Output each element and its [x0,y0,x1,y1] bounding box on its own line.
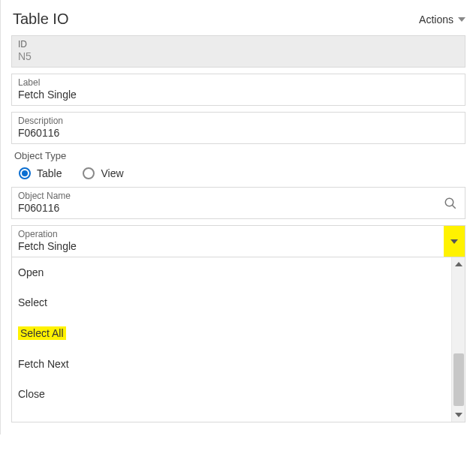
scroll-up-button[interactable] [452,257,465,271]
operation-label: Operation [18,229,459,239]
scroll-thumb[interactable] [453,353,464,406]
label-value: Fetch Single [18,89,459,101]
label-field[interactable]: Label Fetch Single [11,74,465,106]
object-name-field[interactable]: Object Name F060116 [11,187,465,219]
radio-view[interactable]: View [83,167,123,179]
object-type-radio-group: Table View [11,166,465,187]
page-title: Table IO [13,11,68,28]
chevron-up-icon [455,262,462,266]
radio-unselected-icon [83,167,95,179]
description-field[interactable]: Description F060116 [11,112,465,144]
actions-label: Actions [419,14,453,26]
id-value: N5 [18,50,459,62]
svg-point-0 [445,198,453,206]
dropdown-items-container: Open Select Select All Fetch Next Close [12,257,450,422]
operation-dropdown-list: Open Select Select All Fetch Next Close [11,257,465,422]
scroll-down-button[interactable] [452,408,465,422]
chevron-down-icon [455,413,462,417]
description-value: F060116 [18,127,459,139]
object-name-label: Object Name [18,191,459,201]
dropdown-item-close[interactable]: Close [12,379,450,409]
label-label: Label [18,77,459,88]
object-type-label: Object Type [14,150,465,161]
header-row: Table IO Actions [11,6,465,35]
caret-down-icon [450,239,458,244]
operation-dropdown-toggle[interactable] [444,226,465,257]
actions-button[interactable]: Actions [419,14,465,26]
operation-field[interactable]: Operation Fetch Single [11,225,465,257]
caret-down-icon [458,17,465,22]
operation-value: Fetch Single [18,240,459,252]
radio-view-label: View [101,167,123,179]
id-field: ID N5 [11,35,465,68]
radio-selected-icon [19,167,31,179]
search-icon[interactable] [444,197,457,210]
dropdown-item-select[interactable]: Select [12,287,450,317]
dropdown-item-fetch-next[interactable]: Fetch Next [12,349,450,379]
id-label: ID [18,39,459,50]
radio-table-label: Table [37,167,62,179]
dropdown-item-select-all[interactable]: Select All [12,317,450,349]
object-name-value: F060116 [18,202,459,214]
dropdown-item-open[interactable]: Open [12,257,450,287]
table-io-panel: Table IO Actions ID N5 Label Fetch Singl… [0,0,476,434]
scrollbar[interactable] [451,257,465,422]
svg-line-1 [452,205,456,209]
description-label: Description [18,116,459,126]
radio-table[interactable]: Table [19,167,62,179]
